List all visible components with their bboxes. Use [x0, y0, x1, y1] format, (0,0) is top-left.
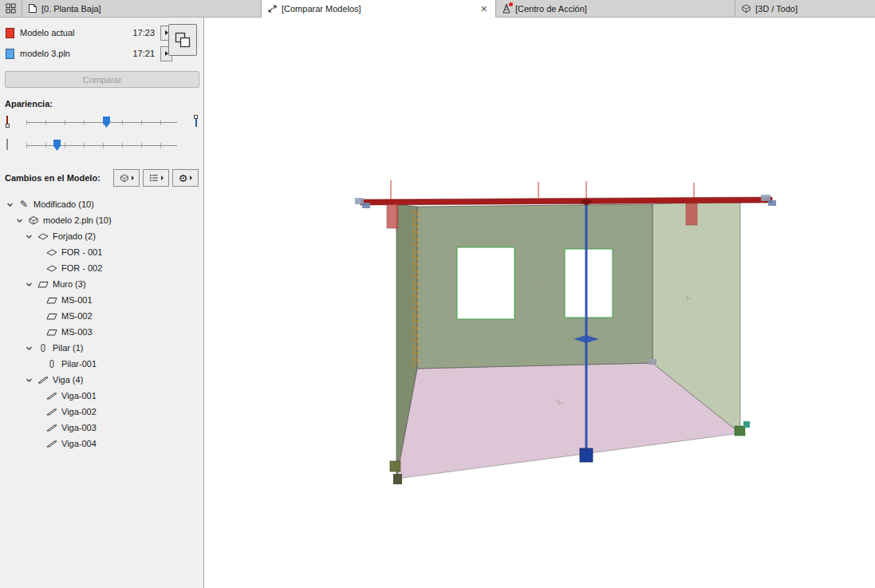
column-icon — [37, 343, 49, 353]
tree-item-viga-002[interactable]: Viga-002 — [0, 404, 203, 420]
chevron-down-icon[interactable] — [25, 345, 34, 352]
tree-item-ms-002[interactable]: MS-002 — [0, 308, 203, 324]
corner-marker — [761, 195, 771, 201]
filter-elements-button[interactable] — [113, 169, 140, 187]
compare-models-panel: Modelo actual 17:23 modelo 3.pln 17:21 C… — [0, 18, 204, 588]
tab-3d-todo[interactable]: [3D / Todo] — [735, 0, 875, 17]
tab-label: [Centro de Acción] — [515, 4, 587, 14]
tree-item-label: Viga (4) — [53, 375, 83, 385]
wall-icon — [45, 328, 58, 337]
current-model-row[interactable]: Modelo actual 17:23 — [0, 22, 172, 43]
tree-item-modelo-2[interactable]: modelo 2.pln (10) — [0, 212, 203, 228]
appearance-label: Apariencia: — [5, 99, 203, 109]
corner-marker — [393, 474, 402, 484]
tree-item-for-001[interactable]: FOR - 001 — [0, 244, 203, 260]
tree-item-label: Modificado (10) — [34, 199, 94, 209]
chevron-down-icon[interactable] — [25, 281, 34, 288]
back-wall[interactable] — [417, 204, 652, 369]
tree-item-forjado[interactable]: Forjado (2) — [0, 228, 203, 244]
arrow-right-icon — [165, 30, 168, 35]
floor-plan-icon — [28, 3, 37, 14]
close-icon[interactable]: × — [479, 3, 490, 14]
tab-label: [0. Planta Baja] — [41, 4, 101, 14]
tree-item-label: Viga-002 — [61, 407, 97, 416]
cube-3d-icon — [741, 3, 751, 14]
chevron-down-icon[interactable] — [25, 233, 34, 240]
tab-centro-accion[interactable]: [Centro de Acción] — [496, 0, 735, 17]
changes-tree: ✎ Modificado (10) modelo 2.pln (10) Forj… — [0, 196, 203, 452]
criteria-list-button[interactable] — [143, 169, 169, 187]
wall-icon — [45, 312, 58, 321]
settings-button[interactable]: ⚙ — [172, 169, 199, 187]
beam-icon — [37, 376, 49, 385]
tree-item-label: FOR - 001 — [61, 247, 102, 257]
tree-item-label: Viga-004 — [61, 439, 97, 448]
swap-models-button[interactable] — [168, 24, 197, 56]
tree-item-viga-001[interactable]: Viga-001 — [0, 388, 203, 404]
beam-icon — [45, 424, 58, 432]
tab-bar: [0. Planta Baja] [Comparar Modelos] × [C… — [0, 0, 875, 18]
transparent-chip-icon — [6, 140, 8, 149]
tree-item-label: Pilar-001 — [61, 359, 97, 369]
transparency-slider-handle[interactable] — [53, 140, 61, 151]
tree-item-modificado[interactable]: ✎ Modificado (10) — [0, 196, 203, 212]
corner-marker — [768, 200, 776, 206]
chevron-down-icon[interactable] — [25, 377, 34, 384]
tree-item-label: FOR - 002 — [61, 263, 102, 273]
chevron-down-icon[interactable] — [15, 217, 24, 224]
slab-icon — [37, 232, 49, 241]
3d-viewport[interactable] — [205, 18, 875, 588]
criteria-list-icon — [149, 173, 159, 183]
layout-grid-icon[interactable] — [0, 0, 22, 17]
chip-notch — [6, 124, 10, 128]
tree-item-pilar[interactable]: Pilar (1) — [0, 340, 203, 356]
tree-item-viga-004[interactable]: Viga-004 — [0, 436, 203, 452]
tree-item-label: MS-001 — [61, 295, 93, 305]
element-filter-icon — [120, 173, 129, 183]
tree-item-muro[interactable]: Muro (3) — [0, 276, 203, 292]
color-balance-slider-handle[interactable] — [103, 116, 110, 128]
tree-item-for-002[interactable]: FOR - 002 — [0, 260, 203, 276]
changes-label: Cambios en el Modelo: — [5, 173, 110, 183]
tree-item-viga-003[interactable]: Viga-003 — [0, 420, 203, 436]
model-changes-header: Cambios en el Modelo: ⚙ — [5, 169, 199, 187]
beam-tick-marks — [391, 180, 694, 199]
grid-icon — [6, 3, 16, 14]
tree-item-viga[interactable]: Viga (4) — [0, 372, 203, 388]
tree-item-label: Viga-003 — [61, 423, 97, 432]
tree-item-pilar-001[interactable]: Pilar-001 — [0, 356, 203, 372]
chip-notch — [194, 115, 198, 119]
slider-track[interactable] — [26, 122, 177, 123]
dropdown-arrow-icon — [132, 176, 134, 180]
reference-model-row[interactable]: modelo 3.pln 17:21 — [0, 43, 172, 64]
corner-marker — [362, 203, 370, 208]
swap-models-icon — [174, 31, 191, 49]
color-intensity-slider-row — [6, 110, 198, 133]
arrow-right-icon — [165, 51, 168, 56]
gear-icon: ⚙ — [179, 173, 188, 184]
slider-track[interactable] — [26, 145, 177, 146]
current-model-color-swatch — [6, 28, 14, 38]
beam-icon — [45, 408, 58, 416]
tab-planta-baja[interactable]: [0. Planta Baja] — [22, 0, 262, 17]
window-opening-2[interactable] — [565, 249, 613, 318]
model-list: Modelo actual 17:23 modelo 3.pln 17:21 — [0, 18, 203, 64]
transparency-slider-row — [6, 133, 198, 156]
corner-marker — [648, 359, 656, 365]
tree-item-ms-001[interactable]: MS-001 — [0, 292, 203, 308]
tree-item-ms-003[interactable]: MS-003 — [0, 324, 203, 340]
tab-comparar-modelos[interactable]: [Comparar Modelos] × — [262, 0, 496, 18]
current-model-name: Modelo actual — [20, 28, 124, 37]
current-model-time: 17:23 — [129, 28, 155, 37]
chevron-down-icon[interactable] — [6, 201, 14, 208]
compare-button[interactable]: Comparar — [5, 71, 199, 88]
window-opening-1[interactable] — [457, 247, 514, 319]
wall-icon — [45, 296, 58, 305]
slab-icon — [45, 264, 58, 273]
current-color-chip-icon — [6, 116, 8, 126]
reference-color-chip-icon — [195, 116, 197, 126]
corner-marker — [390, 461, 400, 472]
beam-drop-marker-right — [686, 203, 697, 225]
beam-icon — [45, 392, 58, 401]
column-base[interactable] — [580, 448, 593, 462]
